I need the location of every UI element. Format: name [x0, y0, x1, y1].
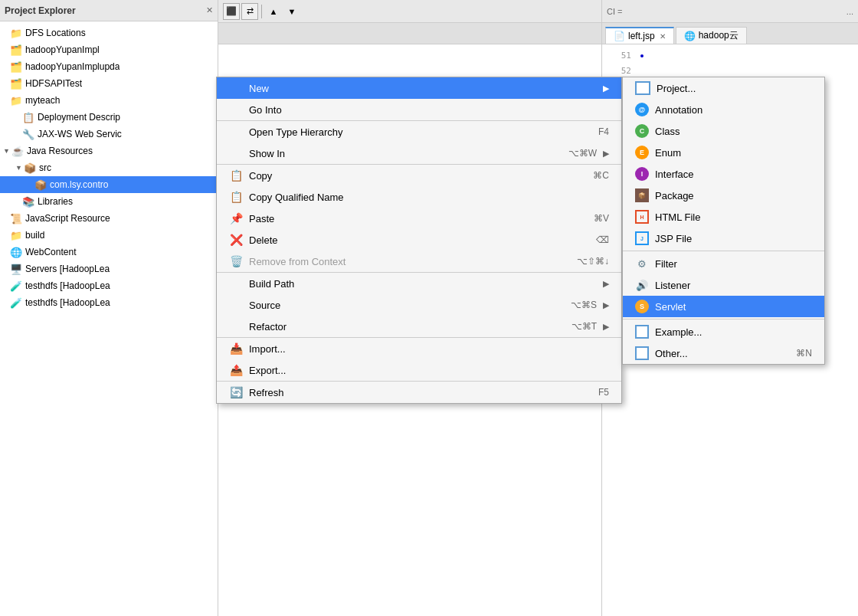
- toolbar-btn-2[interactable]: ⇄: [241, 3, 258, 20]
- tree-icon: 🗂️: [10, 61, 22, 73]
- right-toolbar: CI = ...: [602, 0, 858, 23]
- tree-item[interactable]: ▶🔧JAX-WS Web Servic: [0, 126, 218, 143]
- submenu-arrow-icon: ▶: [603, 322, 609, 332]
- tree-item[interactable]: ▼📦src: [0, 159, 218, 176]
- submenu-separator-2: [623, 319, 824, 319]
- copy-icon: 📋: [229, 190, 243, 204]
- menu-item-export...[interactable]: 📤Export...: [217, 359, 621, 381]
- tab-hadoop[interactable]: 🌐 hadoop云: [676, 27, 747, 44]
- submenu-label: Servlet: [655, 301, 812, 313]
- menu-item-copy[interactable]: 📋Copy⌘C: [217, 164, 621, 186]
- submenu-label: Listener: [655, 280, 812, 291]
- tab-close-icon[interactable]: ✕: [660, 32, 666, 41]
- main-toolbar: ⬛ ⇄ ▲ ▼: [218, 0, 601, 23]
- menu-label: New: [249, 83, 597, 94]
- tree-icon: 📋: [22, 112, 34, 123]
- tree-item[interactable]: ▶📦com.lsy.contro: [0, 176, 218, 193]
- submenu-item-interface[interactable]: IInterface: [623, 163, 824, 185]
- panel-close-icon[interactable]: ✕: [206, 5, 213, 15]
- submenu-label: Interface: [655, 169, 812, 180]
- submenu-item-example-[interactable]: Example...: [623, 321, 824, 342]
- submenu-label: Project...: [657, 83, 812, 94]
- tree-label: Servers [HadoopLea: [25, 264, 110, 274]
- example-icon: [635, 325, 649, 339]
- tree-label: myteach: [25, 95, 60, 106]
- tree-container: ▶📁DFS Locations▶🗂️hadoopYupanImpl▶🗂️hado…: [0, 21, 218, 314]
- toolbar-btn-3[interactable]: ▲: [265, 3, 282, 20]
- menu-label: Go Into: [249, 104, 609, 116]
- menu-item-new[interactable]: New▶: [217, 77, 621, 99]
- tree-label: Java Resources: [27, 146, 93, 156]
- context-menu: New▶Go IntoOpen Type HierarchyF4Show In⌥…: [216, 77, 622, 404]
- menu-item-show-in[interactable]: Show In⌥⌘W▶: [217, 143, 621, 164]
- menu-icon-empty: [229, 103, 243, 116]
- remove-icon: 🗑️: [229, 254, 243, 268]
- right-toolbar-text: ...: [847, 7, 853, 16]
- filter-icon: ⚙: [635, 257, 649, 270]
- menu-item-open-type-hierarchy[interactable]: Open Type HierarchyF4: [217, 120, 621, 143]
- tree-item[interactable]: ▶🌐WebContent: [0, 244, 218, 260]
- tree-label: JAX-WS Web Servic: [38, 129, 122, 139]
- menu-item-source[interactable]: Source⌥⌘S▶: [217, 294, 621, 316]
- menu-label: Build Path: [249, 278, 597, 290]
- tree-item[interactable]: ▶🧪testhdfs [HadoopLea: [0, 277, 218, 294]
- submenu-arrow-icon: ▶: [603, 300, 609, 310]
- submenu-item-jsp-file[interactable]: JJSP File: [623, 228, 824, 249]
- submenu-item-listener[interactable]: 🔊Listener: [623, 274, 824, 296]
- line-number: 51: [608, 51, 631, 61]
- menu-item-build-path[interactable]: Build Path▶: [217, 272, 621, 294]
- toolbar-btn-4[interactable]: ▼: [283, 3, 300, 20]
- menu-item-copy-qualified-name[interactable]: 📋Copy Qualified Name: [217, 186, 621, 208]
- tree-item[interactable]: ▶🧪testhdfs [HadoopLea: [0, 294, 218, 311]
- menu-item-delete[interactable]: ❌Delete⌫: [217, 229, 621, 251]
- menu-item-go-into[interactable]: Go Into: [217, 99, 621, 120]
- submenu-item-html-file[interactable]: HHTML File: [623, 206, 824, 228]
- tree-label: com.lsy.contro: [50, 179, 108, 190]
- tree-label: HDFSAPITest: [25, 78, 82, 89]
- tab-label: left.jsp: [628, 31, 655, 41]
- tree-icon: 🖥️: [10, 264, 22, 275]
- submenu-arrow-icon: ▶: [603, 84, 609, 93]
- submenu-label: JSP File: [655, 233, 812, 244]
- code-line: 52: [602, 63, 858, 78]
- menu-item-remove-from-context[interactable]: 🗑️Remove from Context⌥⇧⌘↓: [217, 251, 621, 272]
- tab-left-jsp[interactable]: 📄 left.jsp ✕: [605, 27, 674, 44]
- menu-item-refresh[interactable]: 🔄RefreshF5: [217, 381, 621, 403]
- tree-icon: 📁: [10, 28, 22, 39]
- menu-item-paste[interactable]: 📌Paste⌘V: [217, 208, 621, 229]
- tree-label: hadoopYupanImplupda: [25, 61, 120, 72]
- tree-label: JavaScript Resource: [25, 213, 110, 224]
- tree-label: testhdfs [HadoopLea: [25, 297, 110, 308]
- tree-item[interactable]: ▶📁build: [0, 227, 218, 244]
- menu-icon-empty: [229, 319, 243, 333]
- other-icon: [635, 346, 649, 360]
- tree-item[interactable]: ▼☕Java Resources: [0, 143, 218, 159]
- tree-item[interactable]: ▶🗂️hadoopYupanImplupda: [0, 58, 218, 75]
- tree-item[interactable]: ▶📋Deployment Descrip: [0, 109, 218, 126]
- tree-item[interactable]: ▶📚Libraries: [0, 193, 218, 210]
- submenu-item-project-[interactable]: Project...: [623, 77, 824, 99]
- tree-item[interactable]: ▶🖥️Servers [HadoopLea: [0, 260, 218, 277]
- tree-item[interactable]: ▶🗂️hadoopYupanImpl: [0, 41, 218, 58]
- submenu-item-servlet[interactable]: SServlet: [623, 296, 824, 317]
- submenu-item-package[interactable]: 📦Package: [623, 185, 824, 206]
- tree-label: build: [25, 230, 44, 241]
- jsp-icon: J: [635, 231, 649, 245]
- tab-icon: 📄: [614, 31, 625, 41]
- menu-item-import...[interactable]: 📥Import...: [217, 337, 621, 359]
- submenu-item-annotation[interactable]: @Annotation: [623, 99, 824, 120]
- interface-icon: I: [635, 167, 649, 181]
- tree-item[interactable]: ▶📜JavaScript Resource: [0, 210, 218, 227]
- tree-item[interactable]: ▶📁myteach: [0, 92, 218, 109]
- submenu-item-class[interactable]: CClass: [623, 120, 824, 142]
- submenu-item-enum[interactable]: EEnum: [623, 142, 824, 163]
- menu-shortcut: ⌥⇧⌘↓: [577, 256, 609, 267]
- toolbar-btn-1[interactable]: ⬛: [223, 3, 240, 20]
- menu-item-refactor[interactable]: Refactor⌥⌘T▶: [217, 316, 621, 337]
- submenu-item-filter[interactable]: ⚙Filter: [623, 253, 824, 274]
- toolbar-separator-1: [261, 5, 262, 18]
- submenu-item-other-[interactable]: Other...⌘N: [623, 342, 824, 364]
- tree-item[interactable]: ▶🗂️HDFSAPITest: [0, 75, 218, 92]
- refresh-icon: 🔄: [229, 385, 243, 399]
- tree-item[interactable]: ▶📁DFS Locations: [0, 25, 218, 41]
